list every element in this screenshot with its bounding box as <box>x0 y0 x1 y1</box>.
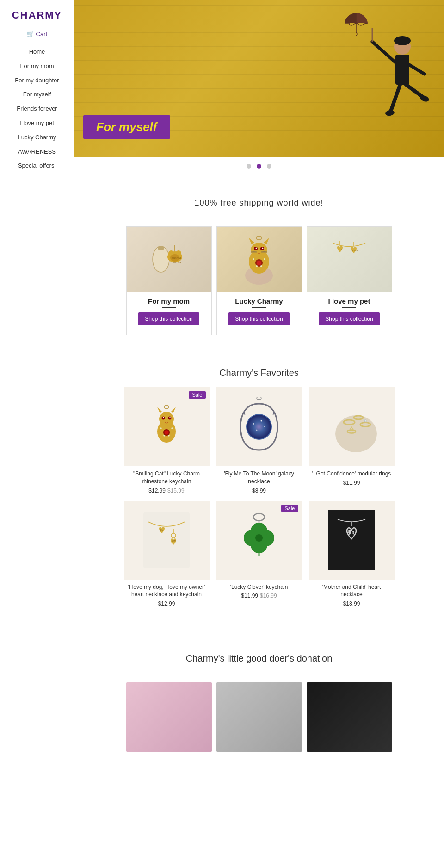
sidebar-item-awareness[interactable]: AWARENESS <box>5 145 69 159</box>
collections-row: mama BEAR For my mom Shop this collectio… <box>74 226 444 354</box>
svg-point-39 <box>256 265 258 267</box>
sidebar-item-lucky-charmy[interactable]: Lucky Charmy <box>5 131 69 145</box>
sidebar-item-home[interactable]: Home <box>5 45 69 59</box>
svg-point-37 <box>253 258 254 260</box>
collection-card-i-love-my-pet: LO OWN I love my pet Shop this collectio… <box>307 226 392 335</box>
collection-title-lucky-charmy: Lucky Charmy <box>217 297 302 305</box>
svg-point-60 <box>168 435 170 437</box>
donation-title: Charmy's little good doer's donation <box>74 639 444 673</box>
svg-point-28 <box>256 248 257 249</box>
svg-line-8 <box>406 85 423 97</box>
svg-point-3 <box>394 36 411 45</box>
product-card-lucky-clover[interactable]: Sale 'Lucky Clover' keycha <box>216 501 302 607</box>
product-card-fly-me-moon[interactable]: 'Fly Me To The Moon' galaxy necklace $8.… <box>216 387 302 494</box>
cart-link[interactable]: 🛒 Cart <box>5 31 69 37</box>
svg-text:mama: mama <box>172 256 181 260</box>
product-img-got-confidence <box>309 387 395 466</box>
shop-btn-lucky-charmy[interactable]: Shop this collection <box>228 312 289 325</box>
svg-text:OWN: OWN <box>352 249 358 252</box>
svg-point-36 <box>257 261 261 265</box>
product-img-mother-child <box>309 501 395 580</box>
donation-images <box>74 673 444 752</box>
sidebar-item-for-my-daughter[interactable]: For my daughter <box>5 74 69 88</box>
svg-line-6 <box>409 65 425 74</box>
svg-point-59 <box>163 435 165 437</box>
product-price-smiling-cat: $12.99$15.99 <box>124 487 210 494</box>
main-content: For myself 100% free shipping world wide… <box>74 0 444 761</box>
donation-img-3 <box>307 682 392 752</box>
product-card-mother-child[interactable]: 'Mother and Child' heart necklace $18.99 <box>309 501 395 607</box>
svg-line-5 <box>372 42 395 62</box>
shipping-banner: 100% free shipping world wide! <box>74 175 444 226</box>
sidebar-item-for-myself[interactable]: For myself <box>5 87 69 102</box>
brand-logo: CHARMY <box>5 9 69 21</box>
product-name-smiling-cat: "Smiling Cat" Lucky Charm rhinestone key… <box>124 470 210 486</box>
svg-point-9 <box>385 109 395 116</box>
shop-btn-for-my-mom[interactable]: Shop this collection <box>138 312 199 325</box>
svg-rect-4 <box>395 55 409 85</box>
svg-point-70 <box>335 415 377 452</box>
svg-rect-91 <box>328 510 375 570</box>
svg-text:LO: LO <box>160 529 164 531</box>
collection-card-for-my-mom: mama BEAR For my mom Shop this collectio… <box>126 226 212 335</box>
svg-point-41 <box>256 236 262 240</box>
product-card-smiling-cat[interactable]: Sale <box>124 387 210 494</box>
product-price-dog-necklace: $12.99 <box>124 600 210 607</box>
product-price-lucky-clover: $11.99$16.99 <box>216 593 302 599</box>
svg-line-7 <box>391 85 400 111</box>
svg-marker-49 <box>171 407 176 413</box>
collection-divider-0 <box>162 307 176 308</box>
donation-img-2 <box>216 682 302 752</box>
svg-point-58 <box>171 427 173 429</box>
svg-point-63 <box>247 415 271 439</box>
sale-badge-smiling-cat: Sale <box>189 391 205 399</box>
svg-point-61 <box>164 406 169 409</box>
hero-dot-1[interactable] <box>247 164 251 169</box>
sidebar-item-friends-forever[interactable]: Friends forever <box>5 102 69 116</box>
collection-img-lucky-charmy <box>217 227 302 292</box>
collection-card-lucky-charmy: Lucky Charmy Shop this collection <box>216 226 302 335</box>
product-card-got-confidence[interactable]: 'I Got Confidence' modular rings $11.99 <box>309 387 395 494</box>
product-name-dog-necklace: 'I love my dog, I love my owner' heart n… <box>124 583 210 599</box>
favorites-section-title: Charmy's Favorites <box>74 354 444 387</box>
sidebar-item-for-my-mom[interactable]: For my mom <box>5 59 69 74</box>
product-name-lucky-clover: 'Lucky Clover' keychain <box>216 583 302 591</box>
svg-point-56 <box>165 431 169 435</box>
collection-title-i-love-my-pet: I love my pet <box>307 297 392 305</box>
product-img-smiling-cat: Sale <box>124 387 210 466</box>
svg-text:LO: LO <box>339 248 342 251</box>
svg-text:OW: OW <box>172 540 176 543</box>
shop-btn-i-love-my-pet[interactable]: Shop this collection <box>319 312 379 325</box>
svg-point-40 <box>260 265 262 267</box>
hero-dot-2[interactable] <box>257 164 261 169</box>
collection-divider-1 <box>252 307 266 308</box>
svg-point-29 <box>262 248 264 249</box>
collection-title-for-my-mom: For my mom <box>127 297 211 305</box>
svg-point-38 <box>264 258 265 260</box>
svg-point-57 <box>160 427 162 429</box>
sidebar: CHARMY 🛒 Cart Home For my mom For my dau… <box>0 0 74 761</box>
hero-person-figure <box>347 19 430 157</box>
product-name-got-confidence: 'I Got Confidence' modular rings <box>309 470 395 478</box>
products-grid: Sale <box>74 387 444 625</box>
svg-point-93 <box>352 531 354 533</box>
svg-text:BEAR: BEAR <box>173 261 182 264</box>
sidebar-item-i-love-my-pet[interactable]: I love my pet <box>5 116 69 131</box>
product-name-mother-child: 'Mother and Child' heart necklace <box>309 583 395 599</box>
sidebar-item-special-offers[interactable]: Special offers! <box>5 159 69 173</box>
product-card-dog-necklace[interactable]: LO OW 'I love my dog, I love my owner' h… <box>124 501 210 607</box>
hero-dot-3[interactable] <box>267 164 271 169</box>
sale-badge-lucky-clover: Sale <box>281 505 298 512</box>
svg-point-89 <box>255 534 263 542</box>
svg-point-65 <box>261 420 262 422</box>
svg-point-66 <box>264 426 265 427</box>
donation-img-1 <box>126 682 212 752</box>
hero-slider: For myself <box>74 0 444 157</box>
donation-section: Charmy's little good doer's donation <box>74 625 444 761</box>
svg-point-47 <box>159 412 174 426</box>
svg-point-92 <box>348 530 351 532</box>
collection-img-for-my-mom: mama BEAR <box>127 227 211 292</box>
svg-marker-48 <box>157 407 162 413</box>
svg-point-67 <box>256 430 258 431</box>
hero-dots <box>74 157 444 175</box>
